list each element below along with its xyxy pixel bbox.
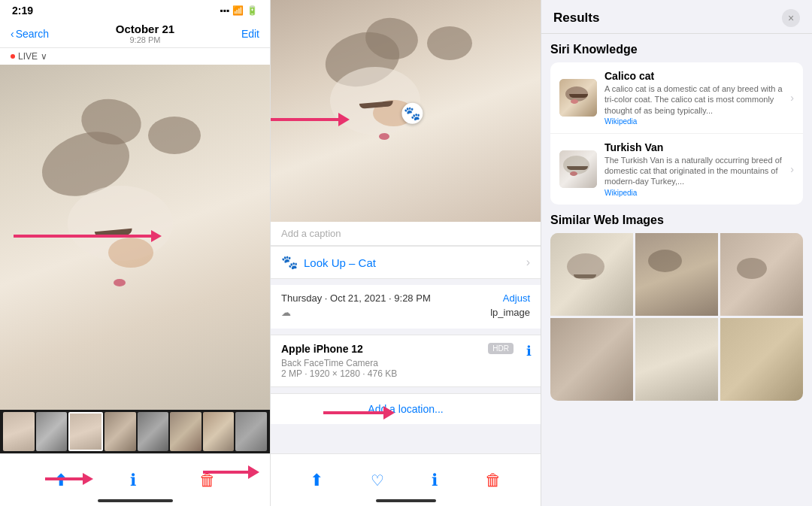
mid-bottom-toolbar: ⬆ ♡ ℹ 🗑 [271,453,541,506]
live-dot [11,54,15,59]
similar-image-2[interactable] [635,233,718,316]
signal-icon: ▪▪▪ [220,5,229,16]
turkish-van-source: Wikipedia [604,189,783,197]
device-camera: Back FaceTime Camera [281,358,530,368]
calico-title: Calico cat [604,70,783,82]
left-panel: 2:19 ▪▪▪ 📶 🔋 ‹ Search October 21 9:28 PM… [0,0,271,506]
wifi-icon: 📶 [232,5,244,16]
info-section[interactable]: Add a caption 🐾 Look Up – Cat › Thursday… [271,222,541,453]
thumbnail[interactable] [138,412,169,451]
live-badge: LIVE ∨ [0,48,270,65]
back-label: Search [16,28,49,40]
bottom-toolbar: ⬆ ℹ 🗑 [0,453,270,506]
mid-share-button[interactable]: ⬆ [310,471,323,490]
close-button[interactable]: × [782,9,800,27]
similar-image-6[interactable] [720,318,803,401]
meta-date: Thursday · Oct 21, 2021 · 9:28 PM [281,292,431,304]
add-location-button[interactable]: Add a location... [271,393,541,424]
home-indicator [98,499,173,502]
nav-bar: ‹ Search October 21 9:28 PM Edit [0,21,270,48]
back-button[interactable]: ‹ Search [11,28,49,40]
right-panel: Results × Siri Knowledge Calico cat A ca… [541,0,812,506]
lookup-label[interactable]: Look Up – Cat [304,256,376,269]
turkish-van-desc: The Turkish Van is a naturally occurring… [604,155,783,187]
device-section: Apple iPhone 12 Back FaceTime Camera 2 M… [271,335,541,387]
middle-panel: 🐾 Add a caption 🐾 Look Up – Cat › Thursd… [271,0,541,506]
similar-image-5[interactable] [635,318,718,401]
similar-image-4[interactable] [550,318,633,401]
turkish-thumb [559,150,597,188]
mid-photo[interactable]: 🐾 [271,0,541,222]
lookup-row[interactable]: 🐾 Look Up – Cat › [271,246,541,279]
caption-field[interactable]: Add a caption [271,222,541,246]
results-content[interactable]: Siri Knowledge Calico cat A calico cat i… [541,34,812,506]
turkish-van-chevron: › [790,163,794,175]
similar-web-grid [550,233,803,401]
thumbnail[interactable] [203,412,235,451]
device-badge: HDR [488,343,514,354]
status-icons: ▪▪▪ 📶 🔋 [220,5,258,16]
main-photo[interactable] [0,65,270,410]
thumbnail[interactable] [105,412,136,451]
delete-button[interactable]: 🗑 [199,471,216,490]
calico-thumb [559,79,597,117]
nav-title: October 21 9:28 PM [116,23,174,44]
calico-text: Calico cat A calico cat is a domestic ca… [604,70,783,126]
calico-source: Wikipedia [604,117,783,126]
calico-chevron: › [790,92,794,104]
thumbnail[interactable] [3,412,35,451]
paw-icon-overlay: 🐾 [401,102,423,123]
thumbnail[interactable] [36,412,68,451]
similar-image-1[interactable] [550,233,633,316]
results-header: Results × [541,0,812,34]
thumbnail-strip [0,410,270,453]
lookup-paw-icon: 🐾 [281,254,298,271]
thumbnail-active[interactable] [68,412,103,451]
adjust-button[interactable]: Adjust [503,292,530,304]
photo-date: October 21 [116,23,174,35]
storage-row: ☁ lp_image [281,307,530,318]
live-chevron: ∨ [41,51,47,62]
cat-illustration [0,65,270,410]
battery-icon: 🔋 [247,5,258,16]
turkish-van-item[interactable]: Turkish Van The Turkish Van is a natural… [550,134,803,205]
status-bar: 2:19 ▪▪▪ 📶 🔋 [0,0,270,21]
results-title: Results [553,11,599,26]
mid-info-button[interactable]: ℹ [432,471,438,490]
calico-desc: A calico cat is a domestic cat of any br… [604,83,783,116]
turkish-van-text: Turkish Van The Turkish Van is a natural… [604,141,783,197]
siri-knowledge-heading: Siri Knowledge [550,43,803,56]
edit-button[interactable]: Edit [241,28,259,40]
cloud-icon: ☁ [281,307,291,318]
mid-delete-button[interactable]: 🗑 [485,471,501,490]
device-specs: 2 MP · 1920 × 1280 · 476 KB [281,368,530,379]
lookup-chevron: › [526,256,530,269]
turkish-van-title: Turkish Van [604,141,783,153]
meta-section: Thursday · Oct 21, 2021 · 9:28 PM Adjust… [271,285,541,329]
mid-home-indicator [376,499,436,502]
chevron-left-icon: ‹ [11,28,14,40]
storage-label: lp_image [490,307,530,318]
share-button[interactable]: ⬆ [54,471,68,490]
thumbnail[interactable] [235,412,267,451]
knowledge-card: Calico cat A calico cat is a domestic ca… [550,62,803,205]
calico-cat-item[interactable]: Calico cat A calico cat is a domestic ca… [550,62,803,134]
status-time: 2:19 [12,5,33,17]
device-info-icon[interactable]: ℹ [526,343,532,359]
mid-like-button[interactable]: ♡ [371,471,384,489]
date-row: Thursday · Oct 21, 2021 · 9:28 PM Adjust [281,292,530,304]
info-button[interactable]: ℹ [130,471,136,490]
paw-icon: 🐾 [404,105,420,121]
similar-image-3[interactable] [720,233,803,316]
thumbnail[interactable] [170,412,201,451]
similar-web-heading: Similar Web Images [550,214,803,227]
live-label: LIVE [18,51,38,62]
info-arrow-head [83,473,93,485]
photo-time: 9:28 PM [116,35,174,44]
